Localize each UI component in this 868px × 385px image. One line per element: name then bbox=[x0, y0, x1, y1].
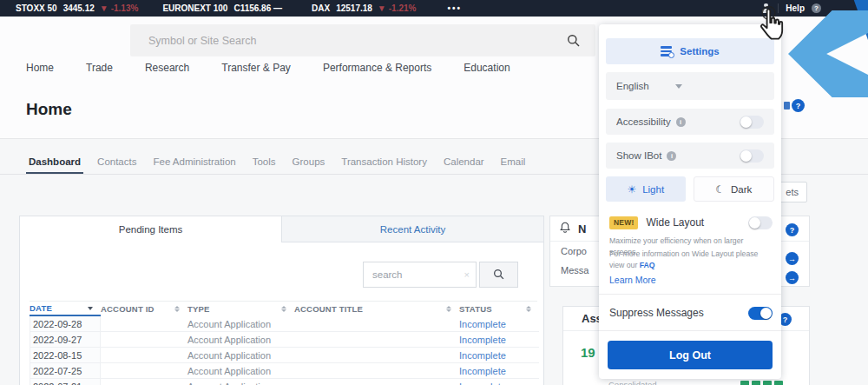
page-title: Home bbox=[26, 100, 72, 119]
site-search-input[interactable] bbox=[130, 35, 567, 47]
cell-status[interactable]: Incomplete bbox=[459, 363, 539, 379]
down-arrow-icon: ▼ bbox=[378, 3, 386, 13]
faq-link[interactable]: FAQ bbox=[640, 261, 655, 269]
cell-status[interactable]: Incomplete bbox=[459, 332, 539, 348]
sort-desc-icon bbox=[88, 307, 93, 310]
settings-menu-item[interactable]: Settings bbox=[606, 38, 774, 64]
tab-recent-activity[interactable]: Recent Activity bbox=[282, 216, 543, 242]
cell-date: 2022-07-25 bbox=[30, 363, 101, 379]
ticker-change: -1.21% bbox=[389, 3, 417, 13]
cell-account-title bbox=[294, 316, 459, 332]
pending-items-card: Pending Items Recent Activity × DATE ACC… bbox=[19, 216, 544, 385]
cell-status[interactable]: Incomplete bbox=[459, 379, 539, 385]
accessibility-row: Accessibility i bbox=[606, 109, 774, 135]
ticker-symbol: DAX bbox=[312, 3, 330, 13]
go-arrow-icon[interactable]: → bbox=[786, 252, 799, 265]
consolidated-value-redacted bbox=[740, 381, 783, 385]
suppress-messages-toggle[interactable] bbox=[748, 307, 773, 320]
table-row[interactable]: 2022-07-21 Account Application Incomplet… bbox=[30, 379, 537, 385]
nav-item-home[interactable]: Home bbox=[26, 62, 54, 74]
ticker-item[interactable]: STOXX 50 3445.12 ▼-1.13% bbox=[16, 3, 138, 13]
wide-layout-label: Wide Layout bbox=[646, 216, 704, 229]
notifications-help-icon[interactable]: ? bbox=[786, 223, 799, 236]
tab-dashboard[interactable]: Dashboard bbox=[29, 156, 81, 174]
site-search-bar bbox=[130, 24, 595, 56]
tab-transaction-history[interactable]: Transaction History bbox=[341, 156, 427, 174]
nav-item-transfer-pay[interactable]: Transfer & Pay bbox=[221, 62, 291, 74]
cell-status[interactable]: Incomplete bbox=[459, 316, 539, 332]
column-header-type[interactable]: TYPE bbox=[187, 302, 294, 316]
wide-layout-toggle[interactable] bbox=[748, 216, 773, 229]
table-row[interactable]: 2022-09-27 Account Application Incomplet… bbox=[30, 332, 537, 348]
panel-divider bbox=[599, 330, 781, 331]
dark-theme-button[interactable]: ☾ Dark bbox=[694, 176, 775, 202]
ticker-symbol: STOXX 50 bbox=[16, 3, 57, 13]
table-search-input[interactable] bbox=[364, 269, 464, 280]
info-icon[interactable]: i bbox=[667, 151, 676, 161]
light-theme-button[interactable]: ☀ Light bbox=[606, 176, 686, 202]
page-help-icon[interactable]: ? bbox=[792, 99, 805, 112]
pending-items-table: DATE ACCOUNT ID TYPE ACCOUNT TITLE STATU… bbox=[30, 301, 537, 385]
suppress-messages-row: Suppress Messages bbox=[609, 302, 773, 324]
ticker-symbol: EURONEXT 100 bbox=[162, 3, 227, 13]
nav-item-performance-reports[interactable]: Performance & Reports bbox=[323, 62, 431, 74]
nav-item-trade[interactable]: Trade bbox=[86, 62, 113, 74]
accessibility-toggle[interactable] bbox=[740, 116, 764, 129]
table-row[interactable]: 2022-09-28 Account Application Incomplet… bbox=[30, 316, 537, 332]
tab-email[interactable]: Email bbox=[501, 156, 526, 174]
assets-value-fragment: 19 bbox=[581, 345, 595, 360]
column-header-status[interactable]: STATUS bbox=[459, 302, 539, 316]
help-link[interactable]: Help bbox=[786, 3, 805, 13]
show-ibot-toggle[interactable] bbox=[740, 149, 764, 163]
log-out-button[interactable]: Log Out bbox=[608, 341, 773, 369]
column-header-account-title[interactable]: ACCOUNT TITLE bbox=[294, 302, 459, 316]
tab-groups[interactable]: Groups bbox=[293, 156, 326, 174]
notifications-title-fragment: N bbox=[578, 222, 586, 236]
cell-date: 2022-09-28 bbox=[30, 316, 101, 332]
cell-account-id bbox=[101, 348, 187, 363]
learn-more-link[interactable]: Learn More bbox=[609, 275, 656, 285]
mouse-pointer-hand-icon bbox=[755, 5, 785, 49]
search-icon[interactable] bbox=[567, 34, 581, 48]
nav-item-research[interactable]: Research bbox=[145, 62, 189, 74]
tab-calendar[interactable]: Calendar bbox=[444, 156, 484, 174]
go-arrow-icon[interactable]: → bbox=[786, 271, 799, 284]
cell-type: Account Application bbox=[187, 379, 294, 385]
info-icon[interactable]: i bbox=[676, 117, 686, 127]
tab-fee-administration[interactable]: Fee Administration bbox=[153, 156, 235, 174]
table-search-button[interactable] bbox=[479, 262, 518, 288]
ticker-overflow-icon[interactable]: ••• bbox=[447, 3, 462, 13]
help-question-icon[interactable]: ? bbox=[812, 3, 821, 13]
cell-date: 2022-08-15 bbox=[30, 348, 101, 363]
sort-icon bbox=[281, 306, 286, 313]
column-header-account-id[interactable]: ACCOUNT ID bbox=[101, 302, 187, 316]
ticker-item[interactable]: DAX 12517.18 ▼-1.21% bbox=[312, 3, 416, 13]
sort-icon bbox=[174, 306, 180, 313]
cell-account-title bbox=[294, 348, 459, 363]
column-header-date[interactable]: DATE bbox=[30, 302, 101, 316]
main-navigation: Home Trade Research Transfer & Pay Perfo… bbox=[26, 62, 510, 74]
panel-divider bbox=[599, 294, 781, 295]
ticker-item[interactable]: EURONEXT 100 C1156.86 — bbox=[162, 3, 287, 13]
clear-search-icon[interactable]: × bbox=[464, 269, 470, 280]
language-select[interactable]: English bbox=[606, 72, 774, 100]
settings-label: Settings bbox=[680, 46, 719, 56]
cell-status[interactable]: Incomplete bbox=[459, 348, 539, 363]
wide-layout-row: NEW! Wide Layout bbox=[609, 214, 773, 231]
table-row[interactable]: 2022-08-15 Account Application Incomplet… bbox=[30, 348, 537, 363]
market-ticker-bar: STOXX 50 3445.12 ▼-1.13% EURONEXT 100 C1… bbox=[0, 0, 868, 17]
settings-dropdown-panel: Settings English Accessibility i Show IB… bbox=[599, 24, 781, 379]
nav-item-education[interactable]: Education bbox=[464, 62, 510, 74]
table-row[interactable]: 2022-07-25 Account Application Incomplet… bbox=[30, 363, 537, 379]
consolidated-label-fragment: Consolidated bbox=[608, 380, 656, 385]
sort-icon bbox=[446, 306, 451, 313]
cell-account-id bbox=[101, 363, 187, 379]
tab-tools[interactable]: Tools bbox=[253, 156, 276, 174]
cell-date: 2022-07-21 bbox=[30, 379, 101, 385]
tab-contacts[interactable]: Contacts bbox=[97, 156, 136, 174]
show-ibot-row: Show IBot i bbox=[606, 143, 774, 169]
bell-icon bbox=[559, 221, 571, 236]
tab-pending-items[interactable]: Pending Items bbox=[20, 216, 282, 242]
cell-account-id bbox=[101, 316, 187, 332]
wide-layout-faq-text: For more information on Wide Layout plea… bbox=[609, 249, 773, 271]
